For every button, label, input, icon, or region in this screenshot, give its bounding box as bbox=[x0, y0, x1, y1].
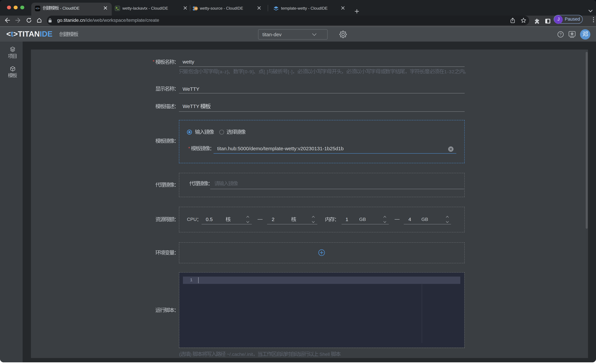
svg-text:?: ? bbox=[559, 32, 562, 36]
svg-text:JS: JS bbox=[194, 7, 197, 10]
